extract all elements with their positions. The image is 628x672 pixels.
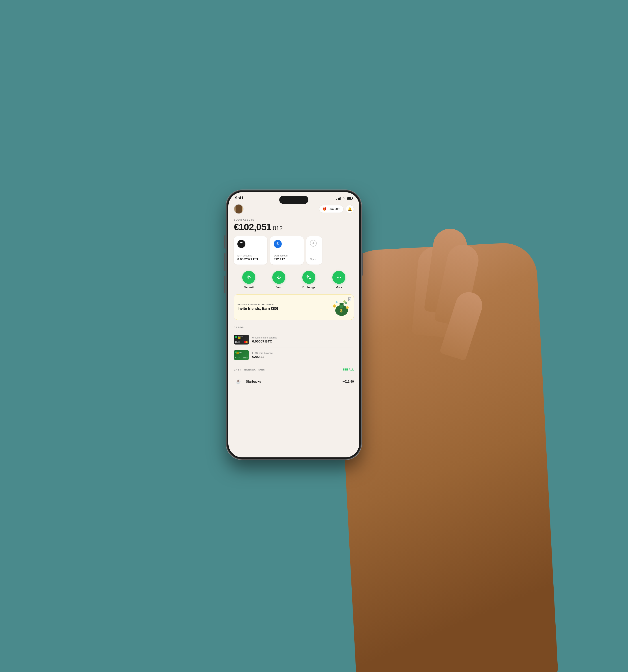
eth-account-balance: 0.0002321 ETH <box>237 257 264 261</box>
eur-icon: € <box>277 242 279 246</box>
eth-account-card[interactable]: Ξ ETH account 0.0002321 ETH <box>234 236 268 265</box>
volume-down-button <box>224 275 226 293</box>
open-label: Open <box>310 250 316 261</box>
earn-button-label: Earn €80! <box>328 208 340 211</box>
visa-logo: VISA <box>243 357 248 359</box>
open-account-card[interactable]: + Open <box>306 236 322 265</box>
accounts-scroll: Ξ ETH account 0.0002321 ETH € EUR accoun… <box>234 236 354 265</box>
universal-card-item[interactable]: nebeus 2345 Universal card balance <box>234 332 354 347</box>
notification-button[interactable]: 🔔 <box>346 205 354 213</box>
referral-title: Invite friends, Earn €80! <box>238 307 330 311</box>
eur-account-name: EUR account <box>274 254 300 257</box>
see-all-button[interactable]: SEE ALL <box>343 368 354 371</box>
add-account-icon: + <box>310 240 317 247</box>
bell-icon: 🔔 <box>348 207 352 211</box>
svg-text:$: $ <box>340 308 343 313</box>
mastercard-logo <box>244 341 248 343</box>
assets-value: €102,051.012 <box>234 222 354 232</box>
referral-tag: NEBEUS REFERRAL PROGRAM <box>238 303 330 306</box>
svg-text:€: € <box>333 305 334 307</box>
iban-card-item[interactable]: nebeus 5722 VISA IBAN card balance €202.… <box>234 347 354 363</box>
svg-point-12 <box>343 301 346 303</box>
deposit-action: Deposit <box>242 271 255 289</box>
card-number-universal: 2345 <box>235 341 239 343</box>
mute-button <box>224 235 226 249</box>
exchange-action: Exchange <box>302 271 315 289</box>
status-time: 9:41 <box>235 196 243 200</box>
transactions-header: LAST TRANSACTIONS SEE ALL <box>234 368 354 371</box>
svg-point-1 <box>339 277 339 278</box>
assets-main: €102,051 <box>234 222 271 232</box>
universal-card-info: Universal card balance 0.00057 BTC <box>252 336 354 343</box>
transaction-name-starbucks: Starbucks <box>246 380 339 383</box>
phone-device: 9:41 ∿ <box>227 190 361 459</box>
svg-point-9 <box>346 306 349 309</box>
dynamic-island <box>279 196 308 204</box>
eur-account-card[interactable]: € EUR account €12.117 <box>270 236 304 265</box>
universal-card-thumbnail: nebeus 2345 <box>234 335 249 344</box>
transactions-section: LAST TRANSACTIONS SEE ALL ☕ Starbucks −€ <box>234 368 354 389</box>
transaction-info-starbucks: Starbucks <box>246 380 339 383</box>
referral-banner[interactable]: NEBEUS REFERRAL PROGRAM Invite friends, … <box>234 294 354 320</box>
eth-icon-bg: Ξ <box>237 240 246 248</box>
money-bag-svg: $ € <box>330 298 350 316</box>
svg-point-0 <box>337 277 338 278</box>
exchange-icon <box>306 274 311 280</box>
send-label: Send <box>276 286 282 289</box>
assets-section: YOUR ASSETS €102,051.012 <box>234 218 354 232</box>
volume-up-button <box>224 253 226 271</box>
transaction-icon-starbucks: ☕ <box>234 377 243 386</box>
eur-account-balance: €12.117 <box>274 257 300 261</box>
cards-section: CARDS nebeus 2345 <box>234 326 354 363</box>
send-action: Send <box>272 271 285 289</box>
exchange-button[interactable] <box>302 271 315 284</box>
universal-card-balance: 0.00057 BTC <box>252 339 354 343</box>
exchange-label: Exchange <box>302 286 315 289</box>
svg-point-5 <box>339 303 344 305</box>
iban-card-type: IBAN card balance <box>252 352 354 354</box>
money-bag-illustration: $ € <box>330 298 350 316</box>
more-action: More <box>332 271 345 289</box>
more-button[interactable] <box>332 271 345 284</box>
earn-button[interactable]: 🎁 Earn €80! <box>319 205 344 213</box>
assets-label: YOUR ASSETS <box>234 218 354 221</box>
app-header: 🎁 Earn €80! 🔔 <box>234 202 354 214</box>
iban-card-info: IBAN card balance €202.32 <box>252 352 354 359</box>
svg-point-2 <box>340 277 341 278</box>
deposit-button[interactable] <box>242 271 255 284</box>
starbucks-icon: ☕ <box>236 379 241 384</box>
actions-row: Deposit Send <box>234 271 354 289</box>
referral-text: NEBEUS REFERRAL PROGRAM Invite friends, … <box>238 303 330 311</box>
iban-card-thumbnail: nebeus 5722 VISA <box>234 350 249 360</box>
deposit-label: Deposit <box>244 286 254 289</box>
more-dots-icon <box>336 274 342 280</box>
status-icons: ∿ <box>336 196 352 200</box>
iban-card-balance: €202.32 <box>252 355 354 359</box>
battery-icon <box>347 197 352 199</box>
arrow-down-icon <box>276 274 281 280</box>
transaction-starbucks[interactable]: ☕ Starbucks −€11.99 <box>234 374 354 389</box>
send-button[interactable] <box>272 271 285 284</box>
power-button <box>362 253 363 275</box>
more-label: More <box>335 286 342 289</box>
arrow-up-icon <box>246 274 252 280</box>
svg-point-11 <box>336 301 338 303</box>
eth-account-name: ETH account <box>237 254 264 257</box>
gift-icon: 🎁 <box>323 207 326 211</box>
avatar[interactable] <box>234 204 243 214</box>
wifi-icon: ∿ <box>343 196 345 200</box>
card-number-iban: 5722 <box>235 356 239 359</box>
transaction-amount-starbucks: −€11.99 <box>343 380 354 383</box>
eur-icon-bg: € <box>274 240 282 248</box>
universal-card-type: Universal card balance <box>252 336 354 339</box>
cards-section-label: CARDS <box>234 326 354 329</box>
signal-icon <box>336 197 341 200</box>
app-content: 🎁 Earn €80! 🔔 YOUR ASSETS €102,051. <box>228 202 359 454</box>
assets-decimal: .012 <box>271 225 283 232</box>
scene: 9:41 ∿ <box>0 0 628 672</box>
eth-icon: Ξ <box>240 242 243 246</box>
transactions-label: LAST TRANSACTIONS <box>234 368 265 371</box>
